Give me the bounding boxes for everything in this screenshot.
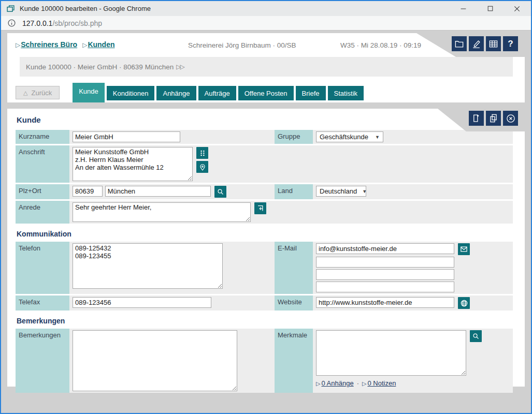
close-button[interactable] xyxy=(511,3,523,14)
land-label: Land xyxy=(275,184,313,199)
link-arrow-icon: ▷ xyxy=(362,380,366,387)
tab-auftraege[interactable]: Aufträge xyxy=(198,86,236,100)
tab-anhaenge[interactable]: Anhänge xyxy=(156,86,196,100)
website-input[interactable] xyxy=(316,297,454,308)
window-titlebar: Kunde 100000 bearbeiten - Google Chrome xyxy=(1,1,531,16)
copy-record-icon[interactable] xyxy=(486,111,501,126)
date-time: W35 · Mi 28.08.19 · 09:19 xyxy=(340,41,421,49)
row-kurzname-gruppe: Kurzname Gruppe Geschäftskunde ▼ xyxy=(16,130,513,144)
anhaenge-link[interactable]: 0 Anhänge xyxy=(321,379,353,387)
anrede-textarea[interactable] xyxy=(73,202,251,222)
back-button[interactable]: △ Zurück xyxy=(16,86,60,99)
record-summary: Kunde 100000 · Meier GmbH · 80639 Münche… xyxy=(26,63,174,71)
email-label: E-Mail xyxy=(275,242,313,294)
kunde-form-panel: Kunde Kurzname Gruppe Geschäftskunde ▼ xyxy=(7,109,525,387)
minimize-button[interactable] xyxy=(457,3,469,14)
attachments-notes-links: ▷0 Anhänge·▷0 Notizen xyxy=(316,379,513,387)
new-record-icon[interactable] xyxy=(469,111,484,126)
back-triangle-icon: △ xyxy=(23,90,27,96)
tab-briefe[interactable]: Briefe xyxy=(296,86,326,100)
page-background: ? ▷Schreiners Büro▷Kunden Schreinerei Jö… xyxy=(1,31,531,413)
email-input-1[interactable] xyxy=(316,243,454,254)
back-button-label: Zurück xyxy=(31,89,52,97)
tab-offene-posten[interactable]: Offene Posten xyxy=(238,86,294,100)
email-input-4[interactable] xyxy=(316,282,454,292)
kunde-form: Kurzname Gruppe Geschäftskunde ▼ Anschri… xyxy=(16,130,513,393)
search-icon[interactable] xyxy=(214,186,226,198)
merkmale-label: Merkmale xyxy=(275,329,313,393)
spacer-cell xyxy=(318,201,324,224)
breadcrumb: ▷Schreiners Büro▷Kunden Schreinerei Jörg… xyxy=(7,33,525,57)
telefon-textarea[interactable] xyxy=(73,243,223,289)
chevron-down-icon: ▼ xyxy=(362,189,367,194)
chevron-down-icon: ▼ xyxy=(375,135,380,140)
chrome-popup-window: Kunde 100000 bearbeiten - Google Chrome … xyxy=(0,0,532,414)
bemerkungen-heading: Bemerkungen xyxy=(16,312,513,329)
row-plzort-land: Plz+Ort Land Deutschland ▼ xyxy=(16,184,513,199)
company-name: Schreinerei Jörg Birnbaum · 00/SB xyxy=(188,41,296,49)
telefax-label: Telefax xyxy=(16,295,69,310)
notizen-link[interactable]: 0 Notizen xyxy=(367,379,396,387)
toolbar: △ Zurück Kunde Konditionen Anhänge Auftr… xyxy=(7,77,525,102)
tab-bar: Kunde Konditionen Anhänge Aufträge Offen… xyxy=(73,83,364,102)
link-arrow-icon: ▷ xyxy=(316,380,320,387)
telefon-label: Telefon xyxy=(16,242,69,294)
bemerkungen-textarea[interactable] xyxy=(73,330,237,391)
website-label: Website xyxy=(275,295,313,310)
spacer-cell xyxy=(275,145,313,183)
row-bemerkungen-merkmale: Bemerkungen Merkmale ▷0 Anhänge·▷0 Notiz… xyxy=(16,329,513,393)
gruppe-selected-value: Geschäftskunde xyxy=(320,133,368,141)
plz-input[interactable] xyxy=(73,186,103,197)
url-path: /sb/proc/sb.php xyxy=(52,19,102,27)
maximize-button[interactable] xyxy=(484,3,496,14)
link-separator: · xyxy=(357,379,359,387)
email-input-3[interactable] xyxy=(316,269,454,280)
merkmale-textarea[interactable] xyxy=(316,330,466,376)
row-telefon-email: Telefon E-Mail xyxy=(16,242,513,294)
kurzname-input[interactable] xyxy=(73,131,180,142)
insert-template-icon[interactable] xyxy=(254,202,266,214)
land-selected-value: Deutschland xyxy=(320,187,357,195)
globe-icon[interactable] xyxy=(458,297,470,309)
url-text: 127.0.0.1/sb/proc/sb.php xyxy=(22,19,102,27)
telefax-input[interactable] xyxy=(73,297,211,308)
breadcrumb-arrow-icon: ▷ xyxy=(82,41,87,49)
kommunikation-heading: Kommunikation xyxy=(16,225,513,242)
breadcrumb-link-kunden[interactable]: Kunden xyxy=(88,40,114,49)
breadcrumb-arrow-icon: ▷ xyxy=(16,41,20,49)
map-pin-icon[interactable] xyxy=(196,161,208,173)
contacts-grid-icon[interactable] xyxy=(196,147,208,159)
ort-input[interactable] xyxy=(105,186,211,197)
email-input-2[interactable] xyxy=(316,257,454,268)
anschrift-textarea[interactable] xyxy=(73,147,193,181)
row-telefax-website: Telefax Website xyxy=(16,295,513,310)
email-icon[interactable] xyxy=(458,243,470,255)
search-icon[interactable] xyxy=(470,330,482,342)
app-header: ? ▷Schreiners Büro▷Kunden Schreinerei Jö… xyxy=(7,33,525,102)
url-host: 127.0.0.1 xyxy=(22,19,52,27)
anschrift-label: Anschrift xyxy=(16,145,69,183)
tab-kunde[interactable]: Kunde xyxy=(73,83,105,102)
info-icon[interactable] xyxy=(7,19,16,27)
land-select[interactable]: Deutschland ▼ xyxy=(316,186,366,197)
popup-window-icon xyxy=(6,4,15,13)
gruppe-select[interactable]: Geschäftskunde ▼ xyxy=(316,131,383,142)
window-title: Kunde 100000 bearbeiten - Google Chrome xyxy=(20,5,457,12)
anrede-label: Anrede xyxy=(16,201,69,224)
bemerkungen-label: Bemerkungen xyxy=(16,329,69,393)
next-record-arrows-icon[interactable]: ▷▷ xyxy=(176,63,183,70)
tab-konditionen[interactable]: Konditionen xyxy=(107,86,155,100)
kurzname-label: Kurzname xyxy=(16,130,69,144)
row-anschrift: Anschrift xyxy=(16,145,513,183)
address-bar[interactable]: 127.0.0.1/sb/proc/sb.php xyxy=(1,16,531,31)
gruppe-label: Gruppe xyxy=(275,130,313,144)
plzort-label: Plz+Ort xyxy=(16,184,69,199)
record-summary-band: Kunde 100000 · Meier GmbH · 80639 Münche… xyxy=(20,57,513,77)
row-anrede: Anrede xyxy=(16,201,513,224)
tab-statistik[interactable]: Statistik xyxy=(328,86,364,100)
delete-record-icon[interactable] xyxy=(503,111,518,126)
breadcrumb-link-schreiners-buero[interactable]: Schreiners Büro xyxy=(21,40,77,49)
